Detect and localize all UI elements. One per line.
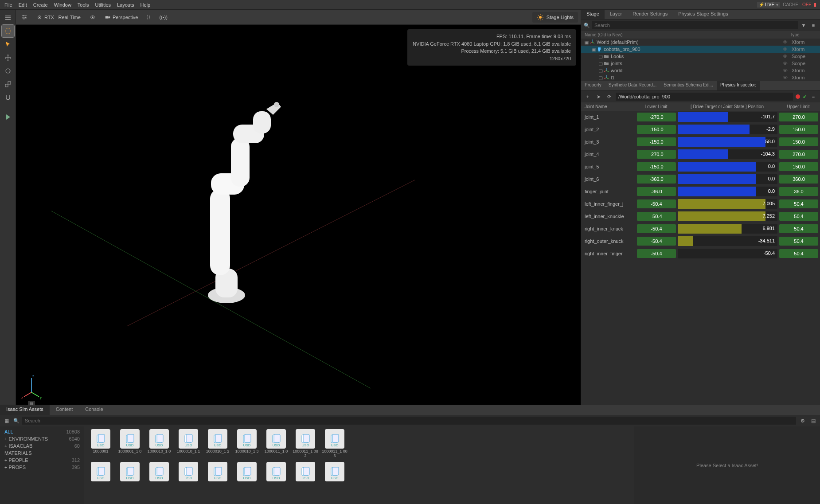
tree-row[interactable]: ▢world👁Xform (581, 67, 820, 74)
lower-limit[interactable]: -50.4 (637, 212, 676, 221)
vp-settings-icon[interactable] (19, 13, 30, 21)
prop-tab[interactable]: Semantics Schema Edi... (660, 81, 717, 90)
upper-limit[interactable]: 50.4 (779, 212, 818, 221)
joint-slider[interactable]: 7.252 (678, 211, 777, 221)
asset-grid[interactable]: USD1000001USD1000001_1 0USD1000010_1 0US… (84, 426, 634, 504)
tree-row[interactable]: ▢joints👁Scope (581, 60, 820, 67)
cursor-icon[interactable]: ➤ (594, 93, 602, 101)
lower-limit[interactable]: -150.0 (637, 137, 676, 146)
prop-tab[interactable]: Physics Inspector: (717, 81, 760, 90)
asset-item[interactable]: USD (262, 462, 290, 482)
joint-slider[interactable]: 0.0 (678, 174, 777, 184)
bottom-tab[interactable]: Console (79, 405, 109, 415)
upper-limit[interactable]: 50.4 (779, 237, 818, 246)
joint-slider[interactable]: -104.3 (678, 149, 777, 159)
lower-limit[interactable]: -50.4 (637, 224, 676, 233)
asset-item[interactable]: USD (292, 462, 319, 482)
asset-category[interactable]: ALL10808 (0, 428, 84, 435)
menu-layouts[interactable]: Layouts (114, 1, 137, 8)
camera-dropdown[interactable]: Perspective (102, 13, 141, 21)
list-view-icon[interactable]: ▤ (809, 417, 817, 425)
menu-utilities[interactable]: Utilities (93, 1, 113, 8)
cache-value[interactable]: OFF (802, 2, 811, 7)
move-icon[interactable] (2, 51, 14, 64)
joint-slider[interactable]: -34.511 (678, 236, 777, 246)
viewport-canvas[interactable]: FPS: 110.11, Frame time: 9.08 ms NVIDIA … (16, 25, 581, 405)
lower-limit[interactable]: -50.4 (637, 237, 676, 246)
upper-limit[interactable]: 50.4 (779, 199, 818, 208)
lower-limit[interactable]: -270.0 (637, 150, 676, 159)
asset-item[interactable]: USD (204, 462, 231, 482)
tab-physics-stage-settings[interactable]: Physics Stage Settings (673, 10, 734, 19)
joint-slider[interactable]: -6.981 (678, 224, 777, 234)
scale-icon[interactable] (2, 78, 14, 90)
rotate-icon[interactable] (2, 65, 14, 77)
menu-create[interactable]: Create (31, 1, 51, 8)
menu-edit[interactable]: Edit (16, 1, 30, 8)
asset-item[interactable]: USD (116, 462, 144, 482)
tree-row[interactable]: ▢l1👁Xform (581, 74, 820, 81)
asset-item[interactable]: USD (87, 462, 114, 482)
asset-item[interactable]: USD (233, 462, 261, 482)
snap-icon[interactable] (2, 91, 14, 104)
asset-filter-icon[interactable]: ▦ (3, 417, 11, 425)
joint-slider[interactable]: 0.0 (678, 162, 777, 172)
lower-limit[interactable]: -50.4 (637, 249, 676, 258)
asset-item[interactable]: USD1000011_1 083 (321, 429, 348, 458)
filter-icon[interactable]: ▼ (800, 21, 808, 29)
menu-tools[interactable]: Tools (75, 1, 92, 8)
tab-layer[interactable]: Layer (605, 10, 628, 19)
stage-lights-toggle[interactable]: Stage Lights (532, 12, 578, 23)
prop-tab[interactable]: Property (581, 81, 605, 90)
asset-item[interactable]: USD1000010_1 0 (145, 429, 173, 458)
asset-item[interactable]: USD (145, 462, 173, 482)
asset-item[interactable]: USD1000010_1 2 (204, 429, 231, 458)
asset-item[interactable]: USD (321, 462, 348, 482)
upper-limit[interactable]: 150.0 (779, 137, 818, 146)
tree-row[interactable]: ▢Looks👁Scope (581, 53, 820, 60)
upper-limit[interactable]: 150.0 (779, 125, 818, 134)
asset-item[interactable]: USD1000011_1 0 (262, 429, 290, 458)
upper-limit[interactable]: 270.0 (779, 150, 818, 159)
visibility-icon[interactable] (87, 13, 98, 21)
lower-limit[interactable]: -360.0 (637, 175, 676, 184)
play-icon[interactable] (2, 111, 14, 123)
bottom-tab[interactable]: Content (50, 405, 79, 415)
upper-limit[interactable]: 50.4 (779, 249, 818, 258)
tab-render-settings[interactable]: Render Settings (627, 10, 673, 19)
lower-limit[interactable]: -270.0 (637, 113, 676, 121)
bottom-tab[interactable]: Isaac Sim Assets (0, 405, 50, 415)
renderer-dropdown[interactable]: RTX - Real-Time (34, 13, 83, 21)
inspector-menu-icon[interactable]: ≡ (809, 93, 817, 101)
gear-icon[interactable]: ⚙ (799, 417, 807, 425)
asset-item[interactable]: USD1000011_1 082 (292, 429, 319, 458)
asset-item[interactable]: USD1000010_1 3 (233, 429, 261, 458)
chevron-right-icon[interactable]: ⟩⟩ (144, 13, 153, 21)
lower-limit[interactable]: -36.0 (637, 187, 676, 196)
hamburger-icon[interactable] (2, 12, 14, 24)
axis-gizmo[interactable]: z x y m (20, 374, 43, 400)
stage-search-input[interactable] (592, 21, 798, 29)
asset-category[interactable]: + PEOPLE312 (0, 457, 84, 464)
select-box-icon[interactable] (2, 25, 14, 37)
asset-category[interactable]: MATERIALS (0, 449, 84, 457)
add-icon[interactable]: + (584, 93, 592, 101)
lower-limit[interactable]: -50.4 (637, 199, 676, 208)
asset-item[interactable]: USD1000001_1 0 (116, 429, 144, 458)
asset-category[interactable]: + ISAACLAB60 (0, 442, 84, 449)
cursor-icon[interactable] (2, 38, 14, 51)
joint-slider[interactable]: -2.9 (678, 125, 777, 134)
joint-slider[interactable]: 7.005 (678, 199, 777, 209)
upper-limit[interactable]: 50.4 (779, 224, 818, 233)
tab-stage[interactable]: Stage (581, 10, 605, 19)
asset-item[interactable]: USD (175, 462, 202, 482)
tree-row[interactable]: ▣World (defaultPrim)👁Xform (581, 39, 820, 46)
menu-icon[interactable]: ≡ (809, 21, 817, 29)
upper-limit[interactable]: 270.0 (779, 113, 818, 121)
asset-category[interactable]: + PROPS395 (0, 464, 84, 471)
upper-limit[interactable]: 150.0 (779, 162, 818, 171)
audio-icon[interactable]: ((•)) (156, 14, 170, 21)
live-indicator[interactable]: ⚡LIVE▾ (757, 2, 781, 8)
check-icon[interactable]: ✔ (803, 94, 807, 100)
record-icon[interactable] (796, 94, 800, 99)
